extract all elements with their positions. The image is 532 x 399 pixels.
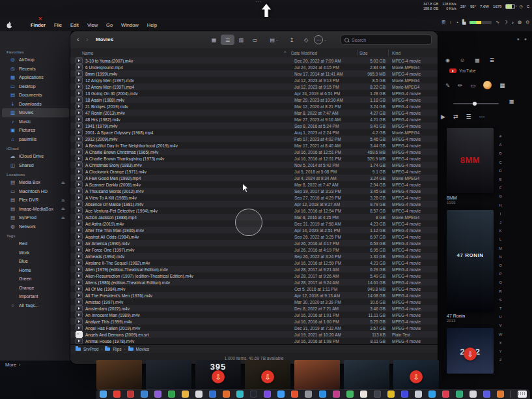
display-icon[interactable]: ▭ [470, 82, 475, 89]
alpha-letter[interactable]: C [499, 158, 502, 167]
menu-window[interactable]: Window [121, 22, 139, 28]
alpha-letter[interactable]: E [499, 175, 502, 184]
sidebar-item-work[interactable]: Work [2, 248, 69, 258]
file-row[interactable]: Air Force One (1997).m4v Jul 26, 2016 at… [70, 246, 438, 253]
desktop-poster[interactable] [294, 360, 340, 390]
sidebar-item-shared[interactable]: ◫ Shared [2, 161, 69, 170]
up-arrow-icon[interactable] [260, 3, 273, 18]
dock-app-10[interactable] [223, 391, 230, 398]
panel-window-controls[interactable]: ●● [517, 37, 527, 41]
poster-card[interactable]: 8MM8MM1999 [447, 128, 497, 205]
dock-app-26[interactable] [442, 391, 449, 398]
file-row[interactable]: A Charlie Brown Christmas (1965).m4v Jul… [70, 149, 438, 155]
play-button[interactable]: ▶ [441, 113, 445, 120]
desktop-poster[interactable]: ⇩ [245, 360, 290, 390]
file-row[interactable]: 3-10 to Yuma (2007).m4v Dec 20, 2022 at … [70, 57, 438, 64]
dock-app-16[interactable] [305, 391, 312, 398]
desktop-poster[interactable]: 395⇩ [195, 360, 241, 390]
wand-icon[interactable]: ✎ [445, 82, 450, 89]
alpha-letter[interactable]: J [499, 218, 502, 227]
alpha-letter[interactable]: F [499, 184, 502, 192]
alpha-letter[interactable]: P [499, 270, 502, 278]
file-row[interactable]: A Charlie Brown Thanksgiving (1973).m4v … [70, 155, 438, 162]
file-row[interactable]: A Christmas Story (1983).m4v Nov 5, 2014… [70, 162, 438, 168]
file-row[interactable]: 21 Bridges (2019).m4v Mar 12, 2020 at 8:… [70, 103, 438, 110]
file-row[interactable]: 8mm (1999).m4v Nov 17, 2014 at 11:41 AM … [70, 70, 438, 77]
avatar[interactable] [483, 81, 492, 89]
file-row[interactable]: 1941 (1979).m4v Sep 8, 2016 at 5:24 PM 9… [70, 123, 438, 129]
shuffle-button[interactable]: ⇄ [453, 113, 458, 120]
alpha-letter[interactable]: S [499, 296, 502, 304]
file-row[interactable]: Aliens (1986) (edition-Theatrical Editio… [70, 279, 438, 286]
apple-menu-icon[interactable] [7, 22, 12, 29]
alpha-letter[interactable]: A [499, 141, 502, 149]
dock-app-30[interactable] [497, 391, 504, 398]
sidebar-item-applications[interactable]: ▦ Applications [2, 73, 69, 82]
sidebar-item-blue[interactable]: Blue [2, 257, 69, 266]
dock-app-7[interactable] [182, 391, 189, 398]
panel-dot-icon[interactable]: ● [524, 37, 527, 41]
alpha-letter[interactable]: # [499, 132, 502, 141]
menubar-status-cluster[interactable]: 347.8 GB188.8 GB128 Kb/s0 Kb/s28°95°7.6W… [423, 2, 529, 10]
alpha-letter[interactable]: X [499, 339, 502, 347]
file-row[interactable]: Amistad (1997).m4v Mar 30, 2020 at 3:39 … [70, 299, 438, 305]
file-row[interactable]: Alien (1979) (edition-Theatrical Edition… [70, 266, 438, 273]
sidebar-item-downloads[interactable]: ⇣ Downloads [2, 100, 69, 109]
graph-icon[interactable]: ▙ [462, 20, 466, 25]
sidebar-item-recents[interactable]: ◷ Recents [2, 65, 69, 74]
dock-app-13[interactable] [264, 391, 271, 398]
grid-icon[interactable]: ▦ [499, 82, 505, 89]
file-row[interactable]: Alien-Resurrection (1997) (edition-Theat… [70, 273, 438, 279]
cpu-meter-icon[interactable] [469, 21, 492, 24]
file-row[interactable]: Angels And Demons (2009).en.srt Jul 19, … [70, 331, 438, 338]
sidebar-item-desktop[interactable]: ▭ Desktop [2, 82, 69, 91]
file-row[interactable]: All Of Me (1984).m4v Oct 5, 2016 at 1:11… [70, 286, 438, 292]
sidebar-item-music[interactable]: ♪ Music [2, 117, 69, 126]
file-row[interactable]: A Few Good Men (1992).mp4 Jul 4, 2024 at… [70, 175, 438, 181]
sidebar-item-green[interactable]: Green [2, 274, 69, 284]
file-row[interactable]: All The President's Men (1976).m4v Apr 1… [70, 292, 438, 299]
alpha-letter[interactable]: W [499, 331, 502, 339]
panel-dot-icon[interactable]: ● [517, 37, 520, 41]
group-button[interactable]: ▤⌄ [268, 35, 281, 45]
file-row[interactable]: A View To A Kill (1985).m4v Sep 27, 2016… [70, 194, 438, 201]
file-row[interactable]: An Innocent Man (1989).m4v Jul 16, 2016 … [70, 312, 438, 318]
alpha-letter[interactable]: Q [499, 278, 502, 287]
back-button[interactable]: ‹ [77, 35, 79, 43]
queue-button[interactable]: ☰ [466, 113, 471, 120]
alpha-letter[interactable]: Y [499, 347, 502, 356]
path-item[interactable]: Rips [113, 347, 121, 351]
brush-icon[interactable]: ✏ [458, 82, 462, 89]
dock-app-19[interactable] [346, 391, 354, 398]
alpha-letter[interactable]: V [499, 321, 502, 330]
alpha-letter[interactable]: R [499, 288, 502, 296]
sidebar-item-synprod[interactable]: ▤ SynProd ⏏ [2, 213, 69, 222]
download-badge[interactable]: ⇩ [261, 370, 274, 383]
file-row[interactable]: Absence Of Malice (1981).m4v Apr 12, 201… [70, 201, 438, 207]
user-icon[interactable]: ☺ [460, 57, 465, 63]
alpha-letter[interactable]: L [499, 235, 502, 244]
sidebar-item-all-tags-[interactable]: ○ All Tags... [2, 301, 69, 310]
view-icons-button[interactable]: ▦ [207, 35, 221, 45]
column-headers[interactable]: ˄ NameDate ModifiedSizeKind [70, 48, 438, 58]
path-item[interactable]: Movies [136, 347, 150, 351]
file-row[interactable]: Animal House (1978).m4v Jul 16, 2016 at … [70, 338, 438, 344]
gauge-icon[interactable]: ◔ [456, 20, 458, 25]
file-row[interactable]: 12 Angry Men (1997).m4v Jul 12, 2023 at … [70, 77, 438, 83]
menu-edit[interactable]: Edit [70, 22, 79, 28]
menu-help[interactable]: Help [147, 22, 157, 28]
sidebar-item-home[interactable]: Home [2, 266, 69, 275]
tag-button[interactable]: ◇ [300, 35, 313, 45]
more-actions-button[interactable]: ⋯⌄ [314, 35, 327, 45]
alpha-letter[interactable]: T [499, 304, 502, 313]
file-row[interactable]: 2012 (2009).m4v Feb 17, 2023 at 4:02 PM … [70, 136, 438, 142]
sidebar-item-network[interactable]: ◍ Network [2, 222, 69, 231]
desktop-poster[interactable] [146, 360, 191, 390]
alpha-letter[interactable]: I [499, 210, 502, 218]
youtube-row[interactable]: YouTube [449, 68, 476, 73]
dock-app-27[interactable] [456, 391, 463, 398]
alpha-letter[interactable]: O [499, 261, 502, 270]
view-gallery-button[interactable]: ▭ [248, 35, 262, 45]
eject-icon[interactable]: ⏏ [61, 180, 65, 185]
file-row[interactable]: A Scanner Darkly (2006).m4v Mar 8, 2022 … [70, 181, 438, 188]
